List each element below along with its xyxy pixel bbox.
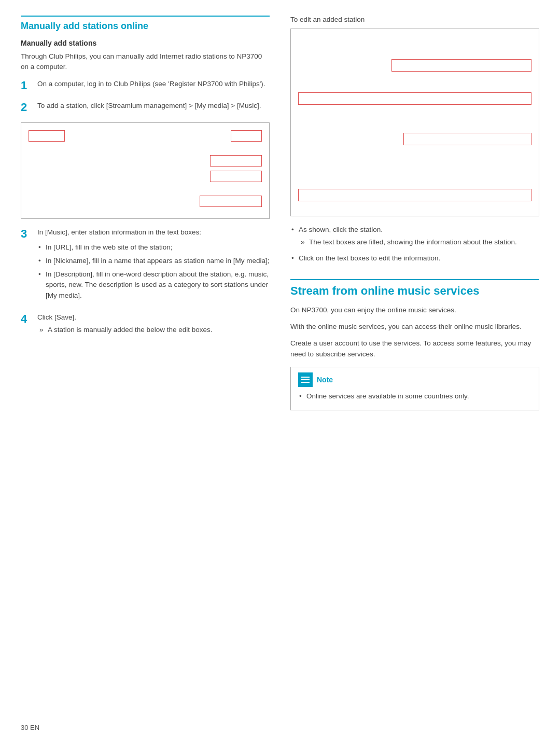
edit-field-1 (391, 59, 531, 72)
note-box: Note Online services are available in so… (290, 367, 539, 410)
edit-section-label: To edit an added station (290, 16, 539, 23)
page-footer: 30 EN (21, 724, 39, 731)
step-4: 4 Click [Save]. A station is manually ad… (21, 312, 270, 336)
left-column: Manually add stations online Manually ad… (21, 16, 270, 410)
form-field-1 (29, 130, 65, 142)
step-3-bullet-1: In [URL], fill in the web site of the st… (37, 242, 270, 253)
edit-station-form-mockup (290, 29, 539, 216)
left-section-title: Manually add stations online (21, 16, 270, 32)
edit-field-2 (298, 92, 531, 105)
step-4-sub-bullet: A station is manually added the below th… (37, 325, 270, 335)
step-1: 1 On a computer, log in to Club Philips … (21, 79, 270, 92)
step-2: 2 To add a station, click [Streamium man… (21, 101, 270, 114)
step-2-number: 2 (21, 101, 31, 114)
step-1-content: On a computer, log in to Club Philips (s… (37, 79, 270, 89)
note-bullets: Online services are available in some co… (298, 391, 531, 402)
stream-para-1: On NP3700, you can enjoy the online musi… (290, 305, 539, 315)
sub-title: Manually add stations (21, 39, 270, 47)
edit-bullets: As shown, click the station. The text bo… (290, 225, 539, 264)
intro-text: Through Club Philips, you can manually a… (21, 51, 270, 73)
edit-bullet-1: As shown, click the station. The text bo… (290, 225, 539, 248)
note-icon (298, 372, 313, 387)
form-field-4 (210, 171, 262, 182)
note-header: Note (298, 372, 531, 387)
stream-para-2: With the online music services, you can … (290, 322, 539, 332)
add-station-form-mockup (21, 122, 270, 219)
step-4-number: 4 (21, 312, 31, 326)
form-field-2 (231, 130, 262, 142)
note-bullet-1: Online services are available in some co… (298, 391, 531, 402)
edit-field-4 (298, 189, 531, 201)
edit-field-3 (403, 133, 532, 145)
form-field-5 (200, 196, 262, 207)
right-column: To edit an added station As shown, cli (290, 16, 539, 410)
step-4-content: Click [Save]. A station is manually adde… (37, 312, 270, 336)
step-2-content: To add a station, click [Streamium manag… (37, 101, 270, 111)
step-1-number: 1 (21, 79, 31, 92)
step-3-bullet-3: In [Description], fill in one-word descr… (37, 269, 270, 301)
stream-para-3: Create a user account to use the service… (290, 338, 539, 359)
step-3: 3 In [Music], enter station information … (21, 227, 270, 304)
note-label: Note (317, 376, 333, 384)
form-field-3 (210, 155, 262, 167)
edit-sub-bullet-1: The text boxes are filled, showing the i… (299, 237, 539, 247)
step-3-content: In [Music], enter station information in… (37, 227, 270, 304)
edit-bullet-2: Click on the text boxes to edit the info… (290, 253, 539, 264)
stream-section-title: Stream from online music services (290, 279, 539, 298)
step-3-number: 3 (21, 227, 31, 241)
step-3-bullet-2: In [Nickname], fill in a name that appea… (37, 256, 270, 266)
